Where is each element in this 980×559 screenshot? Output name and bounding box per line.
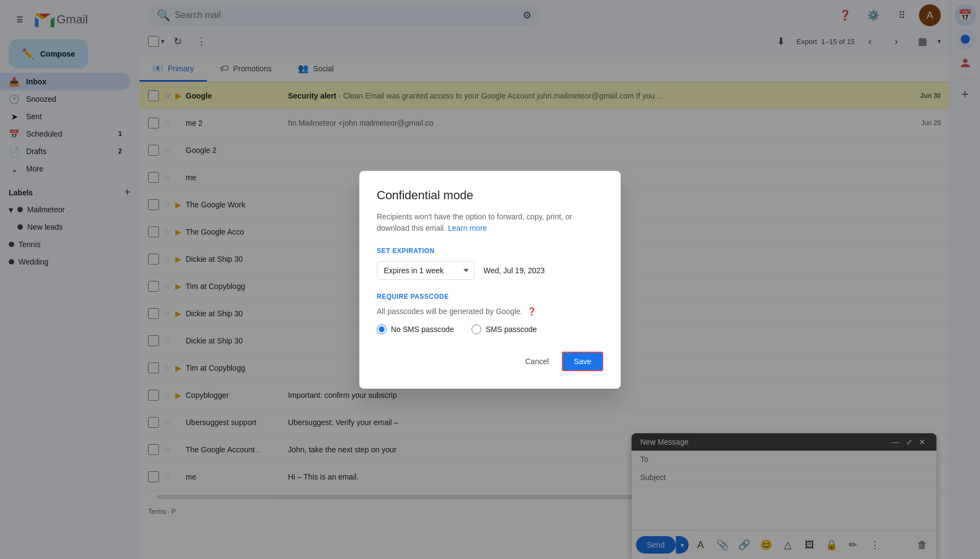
no-sms-radio[interactable] — [377, 324, 387, 334]
save-button[interactable]: Save — [562, 352, 603, 371]
modal-description: Recipients won't have the option to forw… — [377, 211, 603, 234]
modal-actions: Cancel Save — [377, 352, 603, 371]
no-sms-option[interactable]: No SMS passcode — [377, 324, 454, 334]
cancel-button[interactable]: Cancel — [516, 353, 558, 370]
no-sms-label: No SMS passcode — [391, 325, 454, 334]
passcode-help-icon[interactable]: ❓ — [527, 307, 536, 316]
confidential-mode-modal: Confidential mode Recipients won't have … — [359, 171, 621, 389]
expiry-row: Expires in 1 week Expires in 1 day Expir… — [377, 261, 603, 280]
sms-option[interactable]: SMS passcode — [471, 324, 537, 334]
learn-more-link[interactable]: Learn more — [448, 224, 487, 232]
require-passcode-header: REQUIRE PASSCODE — [377, 293, 603, 300]
expiry-select[interactable]: Expires in 1 week Expires in 1 day Expir… — [377, 261, 475, 280]
expiry-date-display: Wed, Jul 19, 2023 — [483, 266, 545, 275]
passcode-description: All passcodes will be generated by Googl… — [377, 307, 603, 316]
sms-radio[interactable] — [471, 324, 481, 334]
set-expiration-header: SET EXPIRATION — [377, 247, 603, 255]
passcode-options: No SMS passcode SMS passcode — [377, 324, 603, 334]
modal-overlay[interactable]: Confidential mode Recipients won't have … — [0, 0, 980, 559]
sms-label: SMS passcode — [486, 325, 537, 334]
passcode-section: REQUIRE PASSCODE All passcodes will be g… — [377, 293, 603, 334]
modal-title: Confidential mode — [377, 188, 603, 202]
